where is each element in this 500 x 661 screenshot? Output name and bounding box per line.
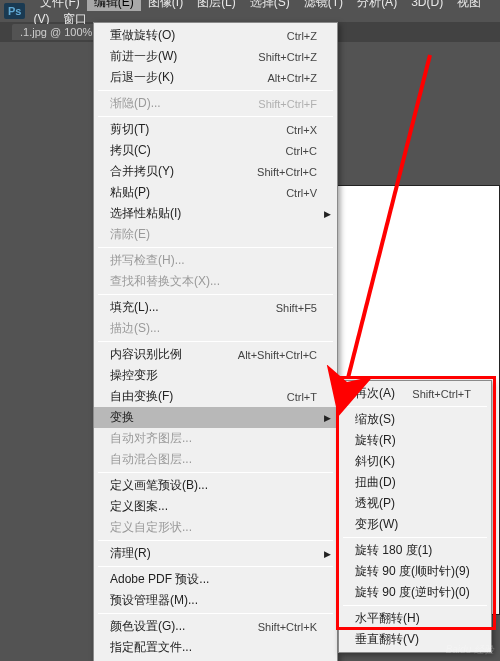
- transform-sep-8: [343, 537, 487, 538]
- transform-label-5: 扭曲(D): [355, 474, 471, 491]
- menu-4[interactable]: 选择(S): [243, 0, 297, 11]
- edit-label-33: 预设管理器(M)...: [110, 592, 317, 609]
- edit-label-8: 合并拷贝(Y): [110, 163, 257, 180]
- edit-item-10[interactable]: 选择性粘贴(I)▶: [94, 203, 337, 224]
- submenu-arrow-icon: ▶: [324, 209, 331, 219]
- transform-label-0: 再次(A): [355, 385, 412, 402]
- transform-item-0[interactable]: 再次(A)Shift+Ctrl+T: [339, 383, 491, 404]
- edit-item-2[interactable]: 后退一步(K)Alt+Ctrl+Z: [94, 67, 337, 88]
- transform-item-2[interactable]: 缩放(S): [339, 409, 491, 430]
- edit-sep-34: [98, 613, 333, 614]
- edit-item-21[interactable]: 自由变换(F)Ctrl+T: [94, 386, 337, 407]
- transform-item-11[interactable]: 旋转 90 度(逆时针)(0): [339, 582, 491, 603]
- transform-item-9[interactable]: 旋转 180 度(1): [339, 540, 491, 561]
- transform-sep-1: [343, 406, 487, 407]
- menu-3[interactable]: 图层(L): [190, 0, 243, 11]
- edit-sep-12: [98, 247, 333, 248]
- edit-item-30[interactable]: 清理(R)▶: [94, 543, 337, 564]
- edit-label-14: 查找和替换文本(X)...: [110, 273, 317, 290]
- edit-item-7[interactable]: 拷贝(C)Ctrl+C: [94, 140, 337, 161]
- edit-label-21: 自由变换(F): [110, 388, 287, 405]
- transform-label-2: 缩放(S): [355, 411, 471, 428]
- edit-label-26: 定义画笔预设(B)...: [110, 477, 317, 494]
- edit-item-28: 定义自定形状...: [94, 517, 337, 538]
- watermark: Baidu 经验: [446, 643, 494, 657]
- edit-label-11: 清除(E): [110, 226, 317, 243]
- edit-menu-dropdown: 重做旋转(O)Ctrl+Z前进一步(W)Shift+Ctrl+Z后退一步(K)A…: [93, 22, 338, 661]
- edit-shortcut-8: Shift+Ctrl+C: [257, 166, 317, 178]
- edit-item-6[interactable]: 剪切(T)Ctrl+X: [94, 119, 337, 140]
- edit-item-35[interactable]: 颜色设置(G)...Shift+Ctrl+K: [94, 616, 337, 637]
- edit-label-4: 渐隐(D)...: [110, 95, 258, 112]
- menu-2[interactable]: 图像(I): [141, 0, 190, 11]
- edit-label-10: 选择性粘贴(I): [110, 205, 317, 222]
- transform-item-13[interactable]: 水平翻转(H): [339, 608, 491, 629]
- edit-shortcut-19: Alt+Shift+Ctrl+C: [238, 349, 317, 361]
- transform-label-6: 透视(P): [355, 495, 471, 512]
- edit-shortcut-7: Ctrl+C: [286, 145, 317, 157]
- edit-item-24: 自动混合图层...: [94, 449, 337, 470]
- edit-label-19: 内容识别比例: [110, 346, 238, 363]
- edit-label-23: 自动对齐图层...: [110, 430, 317, 447]
- edit-item-36[interactable]: 指定配置文件...: [94, 637, 337, 658]
- transform-label-3: 旋转(R): [355, 432, 471, 449]
- edit-item-22[interactable]: 变换▶: [94, 407, 337, 428]
- submenu-arrow-icon: ▶: [324, 413, 331, 423]
- edit-item-17: 描边(S)...: [94, 318, 337, 339]
- edit-item-1[interactable]: 前进一步(W)Shift+Ctrl+Z: [94, 46, 337, 67]
- edit-sep-18: [98, 341, 333, 342]
- transform-item-7[interactable]: 变形(W): [339, 514, 491, 535]
- edit-item-13: 拼写检查(H)...: [94, 250, 337, 271]
- edit-label-7: 拷贝(C): [110, 142, 286, 159]
- edit-item-20[interactable]: 操控变形: [94, 365, 337, 386]
- edit-item-32[interactable]: Adobe PDF 预设...: [94, 569, 337, 590]
- edit-item-26[interactable]: 定义画笔预设(B)...: [94, 475, 337, 496]
- edit-item-11: 清除(E): [94, 224, 337, 245]
- edit-item-16[interactable]: 填充(L)...Shift+F5: [94, 297, 337, 318]
- edit-shortcut-9: Ctrl+V: [286, 187, 317, 199]
- edit-item-0[interactable]: 重做旋转(O)Ctrl+Z: [94, 25, 337, 46]
- menu-6[interactable]: 分析(A): [350, 0, 404, 11]
- edit-sep-29: [98, 540, 333, 541]
- transform-item-4[interactable]: 斜切(K): [339, 451, 491, 472]
- edit-shortcut-0: Ctrl+Z: [287, 30, 317, 42]
- edit-shortcut-16: Shift+F5: [276, 302, 317, 314]
- edit-label-17: 描边(S)...: [110, 320, 317, 337]
- edit-label-27: 定义图案...: [110, 498, 317, 515]
- edit-label-35: 颜色设置(G)...: [110, 618, 258, 635]
- menu-1[interactable]: 编辑(E): [87, 0, 141, 11]
- edit-label-32: Adobe PDF 预设...: [110, 571, 317, 588]
- edit-shortcut-35: Shift+Ctrl+K: [258, 621, 317, 633]
- edit-item-19[interactable]: 内容识别比例Alt+Shift+Ctrl+C: [94, 344, 337, 365]
- edit-item-14: 查找和替换文本(X)...: [94, 271, 337, 292]
- edit-sep-15: [98, 294, 333, 295]
- edit-item-9[interactable]: 粘贴(P)Ctrl+V: [94, 182, 337, 203]
- app-logo: Ps: [4, 3, 25, 19]
- tab-doc-1[interactable]: .1.jpg @ 100%: [12, 24, 100, 40]
- transform-item-3[interactable]: 旋转(R): [339, 430, 491, 451]
- transform-label-13: 水平翻转(H): [355, 610, 471, 627]
- edit-shortcut-4: Shift+Ctrl+F: [258, 98, 317, 110]
- transform-shortcut-0: Shift+Ctrl+T: [412, 388, 471, 400]
- edit-item-23: 自动对齐图层...: [94, 428, 337, 449]
- edit-item-8[interactable]: 合并拷贝(Y)Shift+Ctrl+C: [94, 161, 337, 182]
- edit-label-16: 填充(L)...: [110, 299, 276, 316]
- edit-item-33[interactable]: 预设管理器(M)...: [94, 590, 337, 611]
- transform-item-5[interactable]: 扭曲(D): [339, 472, 491, 493]
- edit-label-1: 前进一步(W): [110, 48, 258, 65]
- menu-7[interactable]: 3D(D): [404, 0, 450, 11]
- transform-item-6[interactable]: 透视(P): [339, 493, 491, 514]
- edit-label-2: 后退一步(K): [110, 69, 267, 86]
- edit-item-27[interactable]: 定义图案...: [94, 496, 337, 517]
- submenu-arrow-icon: ▶: [324, 549, 331, 559]
- edit-label-6: 剪切(T): [110, 121, 286, 138]
- menu-5[interactable]: 滤镜(T): [297, 0, 350, 11]
- edit-label-9: 粘贴(P): [110, 184, 286, 201]
- transform-label-7: 变形(W): [355, 516, 471, 533]
- edit-sep-3: [98, 90, 333, 91]
- edit-label-20: 操控变形: [110, 367, 317, 384]
- edit-label-0: 重做旋转(O): [110, 27, 287, 44]
- edit-sep-5: [98, 116, 333, 117]
- edit-shortcut-6: Ctrl+X: [286, 124, 317, 136]
- transform-item-10[interactable]: 旋转 90 度(顺时针)(9): [339, 561, 491, 582]
